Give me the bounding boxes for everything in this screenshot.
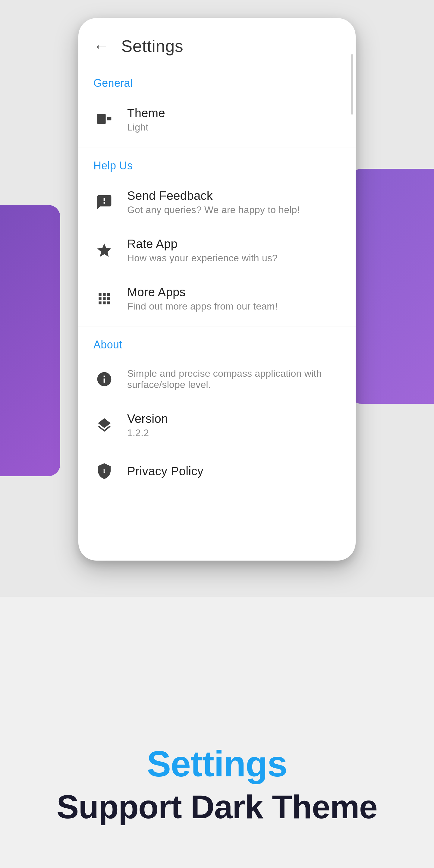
section-label-general: General bbox=[79, 68, 355, 96]
more-apps-text: More Apps Find out more apps from our te… bbox=[127, 285, 278, 312]
back-button[interactable]: ← bbox=[93, 38, 109, 54]
divider-1 bbox=[79, 147, 355, 147]
theme-title: Theme bbox=[127, 106, 165, 120]
theme-icon bbox=[93, 109, 115, 130]
page-title: Settings bbox=[121, 36, 183, 56]
version-title: Version bbox=[127, 412, 168, 426]
svg-rect-0 bbox=[97, 114, 106, 124]
bottom-promo-section: Settings Support Dark Theme bbox=[0, 597, 434, 868]
privacy-policy-item[interactable]: Privacy Policy bbox=[79, 450, 355, 493]
more-apps-title: More Apps bbox=[127, 285, 278, 299]
layers-icon bbox=[93, 414, 115, 436]
feedback-icon bbox=[93, 191, 115, 213]
privacy-policy-title: Privacy Policy bbox=[127, 464, 204, 478]
info-subtitle: Simple and precise compass application w… bbox=[127, 368, 341, 390]
theme-text: Theme Light bbox=[127, 106, 165, 133]
info-item[interactable]: Simple and precise compass application w… bbox=[79, 357, 355, 401]
bottom-subtitle: Support Dark Theme bbox=[57, 787, 377, 826]
settings-screen: ← Settings General Theme Light Help Us bbox=[79, 18, 355, 511]
send-feedback-item[interactable]: Send Feedback Got any queries? We are ha… bbox=[79, 178, 355, 226]
star-icon bbox=[93, 240, 115, 261]
purple-decoration-right bbox=[350, 169, 434, 404]
version-item[interactable]: Version 1.2.2 bbox=[79, 401, 355, 450]
send-feedback-title: Send Feedback bbox=[127, 189, 300, 203]
rate-app-text: Rate App How was your experience with us… bbox=[127, 237, 278, 264]
rate-app-item[interactable]: Rate App How was your experience with us… bbox=[79, 226, 355, 275]
version-subtitle: 1.2.2 bbox=[127, 427, 168, 438]
more-apps-item[interactable]: More Apps Find out more apps from our te… bbox=[79, 275, 355, 323]
more-apps-subtitle: Find out more apps from our team! bbox=[127, 301, 278, 312]
section-label-helpus: Help Us bbox=[79, 150, 355, 178]
send-feedback-subtitle: Got any queries? We are happy to help! bbox=[127, 204, 300, 216]
send-feedback-text: Send Feedback Got any queries? We are ha… bbox=[127, 189, 300, 216]
scrollbar[interactable] bbox=[351, 54, 353, 115]
shield-icon bbox=[93, 460, 115, 482]
info-text: Simple and precise compass application w… bbox=[127, 368, 341, 390]
privacy-policy-text: Privacy Policy bbox=[127, 464, 204, 478]
info-icon bbox=[93, 368, 115, 390]
rate-app-subtitle: How was your experience with us? bbox=[127, 253, 278, 264]
bottom-title: Settings bbox=[147, 743, 287, 784]
phone-frame: ← Settings General Theme Light Help Us bbox=[79, 18, 355, 561]
version-text: Version 1.2.2 bbox=[127, 412, 168, 438]
svg-rect-1 bbox=[107, 117, 111, 121]
settings-header: ← Settings bbox=[79, 18, 355, 68]
theme-item[interactable]: Theme Light bbox=[79, 96, 355, 144]
divider-2 bbox=[79, 326, 355, 327]
grid-icon bbox=[93, 288, 115, 310]
theme-subtitle: Light bbox=[127, 122, 165, 133]
section-label-about: About bbox=[79, 330, 355, 357]
purple-decoration-left bbox=[0, 205, 60, 476]
rate-app-title: Rate App bbox=[127, 237, 278, 251]
